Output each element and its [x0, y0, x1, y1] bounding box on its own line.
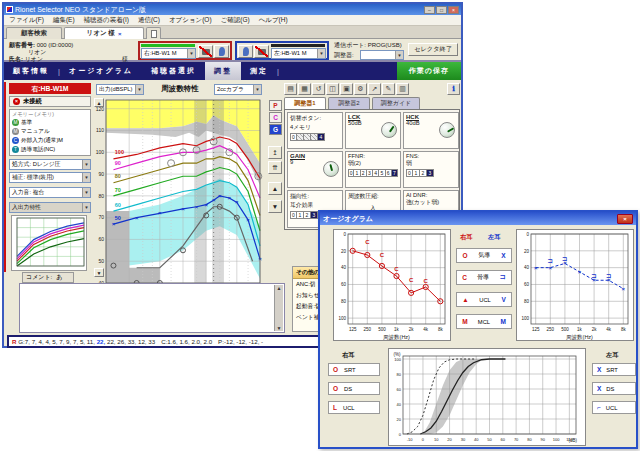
curve-p-button[interactable]: P — [269, 100, 282, 111]
gain-up-button[interactable]: ▲ — [268, 182, 282, 195]
memory-switch-cell[interactable]: 切替ボタン: 4メモリ 04 — [287, 112, 343, 149]
left-hearing-aid-button[interactable] — [238, 45, 253, 58]
scroll-up-icon[interactable]: ▲ — [277, 285, 282, 291]
right-device-select[interactable]: 右:HB-W1 M▼ — [141, 48, 196, 59]
memory-switch-scale[interactable]: 04 — [290, 133, 340, 141]
ffnr-cell[interactable]: FFNR: 弱(2) 01234567 — [345, 151, 401, 188]
fns-scale[interactable]: 0123 — [406, 169, 456, 177]
svg-text:60: 60 — [341, 282, 347, 287]
svg-text:100: 100 — [553, 437, 560, 442]
nav-audiogram[interactable]: オージオグラム — [60, 62, 142, 80]
audiogram-close-button[interactable]: × — [617, 214, 633, 224]
legend-bone-conduction: C骨導コ — [456, 270, 512, 285]
right-ear-audiogram-chart[interactable]: 1252505001k2k4k8k020406080100CCCCC周波数(Hz… — [334, 230, 450, 340]
nav-adjustment[interactable]: 調整 — [205, 62, 241, 80]
fns-cell[interactable]: FNS: 弱 0123 — [403, 151, 459, 188]
lck-knob[interactable] — [381, 122, 397, 138]
scroll-down-icon[interactable]: ▼ — [277, 325, 282, 331]
svg-text:20: 20 — [397, 417, 402, 422]
report-button[interactable]: ▥ — [396, 83, 409, 95]
memory-item-manual[interactable]: Mマニュアル — [12, 127, 88, 136]
gain-knob[interactable] — [323, 161, 339, 177]
memory-list-title: メモリー (メモリ) — [12, 111, 88, 118]
io-curve-chart — [12, 216, 86, 270]
lck-cell[interactable]: LCK 50dB — [345, 112, 401, 149]
minimize-button[interactable]: – — [424, 6, 435, 14]
comment-scrollbar[interactable]: ▲▼ — [274, 285, 283, 331]
output-scale-select[interactable]: 出力(dBSPL)▼ — [96, 84, 144, 95]
curve-g-button[interactable]: G — [269, 124, 282, 135]
svg-text:×: × — [195, 204, 199, 210]
input-sound-select[interactable]: 入力音: 複合▼ — [9, 187, 91, 198]
tab-adjuster-2[interactable]: 調整器2 — [328, 97, 370, 109]
menu-confirm[interactable]: ご確認(G) — [221, 16, 250, 25]
right-battery-button[interactable] — [198, 45, 213, 58]
menu-help[interactable]: ヘルプ(H) — [259, 16, 288, 25]
memory-item-telecoil[interactable]: T誘導電話(NC) — [12, 145, 88, 154]
info-button[interactable]: ℹ — [447, 83, 460, 95]
settings-gear-button[interactable]: ⚙ — [354, 83, 367, 95]
copy-button[interactable]: ◫ — [326, 83, 339, 95]
bone-left-mark: コ — [499, 273, 506, 282]
correction-select[interactable]: 補正: 標準(装用)▼ — [9, 172, 91, 183]
frequency-response-chart[interactable]: 1002005001k2k5k10k4050607080901001101201… — [94, 97, 266, 299]
right-device-group: 右:HB-W1 M▼ — [138, 41, 232, 60]
right-hearing-aid-button[interactable] — [214, 45, 229, 58]
menu-options[interactable]: オプション(O) — [169, 16, 212, 25]
maximize-button[interactable]: □ — [436, 6, 447, 14]
dropdown-arrow-icon: ▼ — [317, 49, 325, 58]
axis-scroll-down-button[interactable]: ▼ — [94, 268, 104, 277]
menu-bar: ファイル(F) 編集(E) 補聴器の装着(I) 通信(C) オプション(O) ご… — [4, 15, 461, 26]
menu-file[interactable]: ファイル(F) — [9, 16, 44, 25]
menu-edit[interactable]: 編集(E) — [53, 16, 75, 25]
undo-button[interactable]: ↺ — [312, 83, 325, 95]
paste-button[interactable]: ▣ — [340, 83, 353, 95]
memory-item-standard[interactable]: M基準 — [12, 118, 88, 127]
edit-button[interactable]: ✎ — [382, 83, 395, 95]
tab-patient[interactable]: リオン 様 × — [64, 27, 144, 39]
hck-knob[interactable] — [439, 122, 455, 138]
axis-scroll-up-button[interactable]: ▲ — [94, 98, 104, 107]
gain-up-fast-button[interactable]: ⇈ — [268, 161, 282, 174]
nav-measurement[interactable]: 測定 — [241, 62, 277, 80]
tab-adjuster-1[interactable]: 調整器1 — [284, 97, 326, 109]
ffnr-scale[interactable]: 01234567 — [348, 169, 398, 177]
svg-text:C: C — [409, 277, 414, 283]
menu-fitting[interactable]: 補聴器の装着(I) — [84, 16, 129, 25]
new-tab-button[interactable] — [146, 27, 161, 39]
srt-left-mark: X — [597, 366, 601, 373]
close-button[interactable]: × — [448, 6, 459, 14]
left-battery-button[interactable] — [254, 45, 269, 58]
curve-c-button[interactable]: C — [269, 112, 282, 123]
svg-text:周波数(Hz): 周波数(Hz) — [566, 334, 593, 340]
left-ear-audiogram-chart[interactable]: 1252505001k2k4k8k020406080100×××××××ココココ… — [517, 230, 633, 340]
legend-left-ear-header: 左耳 — [488, 233, 500, 242]
hck-cell[interactable]: HCK 40dB — [403, 112, 459, 149]
graph-button[interactable]: ↗ — [368, 83, 381, 95]
nav-customer-info[interactable]: 顧客情報 — [4, 62, 58, 80]
gain-down-button[interactable]: ▼ — [268, 200, 282, 213]
io-curve-select[interactable]: 入出力特性▼ — [9, 202, 91, 213]
tab-adjust-guide[interactable]: 調整ガイド — [372, 97, 420, 109]
nav-device-selection[interactable]: 補聴器選択 — [142, 62, 205, 80]
comment-box[interactable]: ▲▼ — [19, 283, 285, 333]
speech-audiogram-chart[interactable]: -100102030405060708090100110020406080100… — [389, 349, 585, 445]
print-button[interactable]: ▦ — [298, 83, 311, 95]
tuner-select[interactable]: ▼ — [360, 50, 404, 60]
left-ear-audiogram-box: 1252505001k2k4k8k020406080100×××××××ココココ… — [516, 229, 634, 341]
gain-to-max-button[interactable]: ↥ — [268, 146, 282, 159]
connect-status-button[interactable]: × 未接続 — [9, 96, 91, 107]
patient-table-button[interactable]: ▤ — [284, 83, 297, 95]
left-device-select[interactable]: 左:HB-W1 M▼ — [271, 48, 326, 59]
ucl-right-mark: L — [333, 404, 337, 411]
memory-item-external[interactable]: C外部入力(通常)M — [12, 136, 88, 145]
tab-customer-search[interactable]: 顧客検索 — [6, 27, 62, 39]
svg-text:50: 50 — [115, 215, 121, 221]
prescription-select[interactable]: 処方式: Dレンジ圧▼ — [9, 159, 91, 170]
menu-communication[interactable]: 通信(C) — [138, 16, 160, 25]
gain-cell[interactable]: GAIN 9 — [287, 151, 343, 188]
end-selector-button[interactable]: セレクタ終了 — [408, 43, 458, 56]
tab-close-icon[interactable]: × — [118, 31, 122, 37]
coupler-select[interactable]: 2ccカプラ▼ — [214, 84, 262, 95]
save-work-button[interactable]: 作業の保存 — [397, 62, 461, 80]
